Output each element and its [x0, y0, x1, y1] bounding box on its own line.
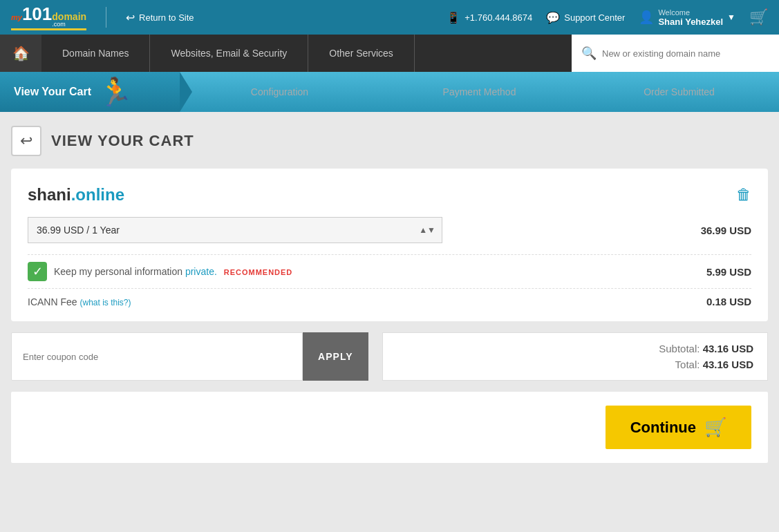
- continue-button[interactable]: Continue 🛒: [606, 406, 751, 449]
- step-view-cart: View Your Cart 🏃: [0, 72, 180, 112]
- subtotal-label: Subtotal:: [659, 343, 700, 354]
- privacy-checkbox[interactable]: ✓: [28, 262, 47, 281]
- icann-price: 0.18 USD: [706, 296, 751, 307]
- logo[interactable]: my 101 domain .com: [11, 5, 86, 30]
- step-payment: Payment Method: [379, 86, 579, 97]
- top-bar: my 101 domain .com ↩ Return to Site 📱 +1…: [0, 0, 779, 35]
- icann-row: ICANN Fee (what is this?) 0.18 USD: [28, 288, 751, 314]
- privacy-left: ✓ Keep my personal information private. …: [28, 262, 292, 281]
- search-input[interactable]: [602, 48, 769, 59]
- domain-label-tld: .online: [71, 185, 124, 204]
- phone-item[interactable]: 📱 +1.760.444.8674: [447, 11, 532, 24]
- runner-icon: 🏃: [98, 76, 133, 108]
- return-icon: ↩: [126, 11, 135, 24]
- support-item[interactable]: 💬 Support Center: [546, 11, 625, 24]
- icann-text: ICANN Fee (what is this?): [28, 296, 131, 307]
- user-name: Shani Yehezkel: [658, 17, 723, 27]
- return-to-site-link[interactable]: ↩ Return to Site: [126, 11, 194, 24]
- top-bar-right: 📱 +1.760.444.8674 💬 Support Center 👤 Wel…: [447, 8, 768, 27]
- user-item[interactable]: 👤 Welcome Shani Yehezkel ▼: [639, 8, 735, 27]
- step-order-submitted: Order Submitted: [579, 86, 779, 97]
- private-link[interactable]: private.: [185, 266, 217, 277]
- icann-link[interactable]: (what is this?): [79, 298, 131, 307]
- chevron-down-icon: ▼: [727, 12, 735, 22]
- back-icon: ↩: [20, 132, 32, 150]
- delete-button[interactable]: 🗑: [736, 186, 751, 204]
- page-title: VIEW YOUR CART: [51, 132, 194, 150]
- nav-websites[interactable]: Websites, Email & Security: [150, 35, 308, 72]
- nav-other-services[interactable]: Other Services: [308, 35, 415, 72]
- home-icon: 🏠: [12, 45, 30, 61]
- continue-cart-icon: 🛒: [704, 417, 726, 438]
- coupon-input[interactable]: [23, 352, 291, 362]
- welcome-label: Welcome: [658, 8, 723, 17]
- nav-search-area[interactable]: 🔍: [572, 35, 779, 72]
- support-label: Support Center: [564, 12, 625, 23]
- coupon-section: [11, 332, 303, 381]
- privacy-price: 5.99 USD: [706, 266, 751, 278]
- back-button[interactable]: ↩: [11, 126, 41, 156]
- privacy-text: Keep my personal information private. RE…: [54, 266, 292, 277]
- return-to-site-label: Return to Site: [139, 12, 194, 23]
- price-amount: 36.99 USD: [701, 225, 751, 236]
- nav-home-button[interactable]: 🏠: [0, 35, 41, 72]
- subtotal-value: 43.16 USD: [703, 343, 753, 354]
- price-row: 36.99 USD / 1 Year ▲▼ 36.99 USD: [28, 217, 751, 243]
- step-configuration: Configuration: [180, 86, 379, 97]
- subtotal-section: Subtotal: 43.16 USD Total: 43.16 USD: [382, 332, 769, 381]
- total-label: Total:: [675, 359, 700, 370]
- continue-label: Continue: [630, 419, 696, 437]
- total-row: Total: 43.16 USD: [675, 359, 753, 370]
- user-icon: 👤: [639, 10, 654, 25]
- recommended-badge: RECOMMENDED: [224, 268, 293, 276]
- coupon-subtotal-row: APPLY Subtotal: 43.16 USD Total: 43.16 U…: [11, 332, 768, 381]
- cart-icon[interactable]: 🛒: [749, 8, 768, 26]
- main-content: ↩ VIEW YOUR CART shani.online 🗑 36.99 US…: [0, 112, 779, 477]
- domain-header: shani.online 🗑: [28, 185, 751, 205]
- total-value: 43.16 USD: [703, 359, 753, 370]
- search-icon: 🔍: [581, 46, 597, 61]
- price-select[interactable]: 36.99 USD / 1 Year: [28, 217, 442, 243]
- apply-button[interactable]: APPLY: [303, 332, 368, 381]
- domain-name: shani.online: [28, 185, 124, 205]
- cart-card: shani.online 🗑 36.99 USD / 1 Year ▲▼ 36.…: [11, 169, 768, 321]
- privacy-row: ✓ Keep my personal information private. …: [28, 254, 751, 288]
- domain-label-plain: shani: [28, 185, 71, 204]
- price-select-wrapper[interactable]: 36.99 USD / 1 Year ▲▼: [28, 217, 442, 243]
- page-title-section: ↩ VIEW YOUR CART: [11, 126, 768, 156]
- subtotal-row: Subtotal: 43.16 USD: [659, 343, 753, 354]
- nav-bar: 🏠 Domain Names Websites, Email & Securit…: [0, 35, 779, 72]
- coupon-area: APPLY: [11, 332, 368, 381]
- phone-number: +1.760.444.8674: [464, 12, 532, 23]
- step-active-label: View Your Cart: [14, 86, 91, 98]
- support-icon: 💬: [546, 11, 560, 24]
- nav-domain-names[interactable]: Domain Names: [41, 35, 150, 72]
- top-divider: [106, 7, 106, 28]
- phone-icon: 📱: [447, 11, 460, 24]
- steps-bar: View Your Cart 🏃 Configuration Payment M…: [0, 72, 779, 112]
- continue-section: Continue 🛒: [11, 392, 768, 463]
